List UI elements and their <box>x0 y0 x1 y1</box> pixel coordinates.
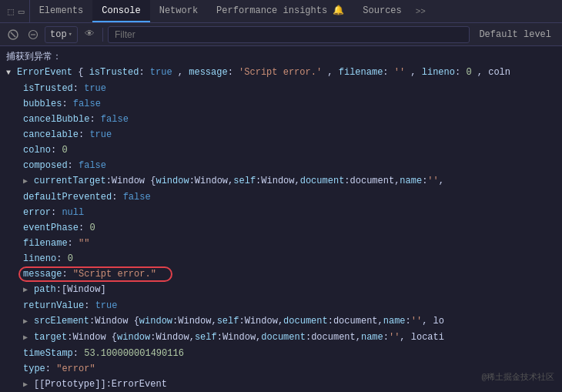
clear-console-button[interactable] <box>5 26 22 43</box>
prop-lineno: lineno: 0 <box>0 251 562 266</box>
eye-button[interactable]: 👁 <box>81 26 98 43</box>
default-level-label: Default level <box>473 29 557 40</box>
svg-line-1 <box>11 32 15 37</box>
separator <box>102 28 103 42</box>
prop-currentTarget[interactable]: ▶ currentTarget: Window { window: Window… <box>0 173 562 189</box>
prop-composed: composed: false <box>0 158 562 173</box>
prop-path[interactable]: ▶ path: [Window] <box>0 282 562 298</box>
tab-bar: ⬚ ▭ Elements Console Network Performance… <box>0 0 562 23</box>
device-icon[interactable]: ▭ <box>18 5 25 18</box>
inspect-icon[interactable]: ⬚ <box>8 5 14 18</box>
error-event-header-line[interactable]: ▼ ErrorEvent { isTrusted: true , message… <box>0 65 562 81</box>
prop-prototype[interactable]: ▶ [[Prototype]]: ErrorEvent <box>0 377 562 392</box>
exception-label-line: 捕获到异常： <box>0 49 562 65</box>
prop-cancelBubble: cancelBubble: false <box>0 112 562 127</box>
expand-currentTarget-icon[interactable]: ▶ <box>23 174 34 189</box>
tab-network[interactable]: Network <box>150 0 207 22</box>
prop-defaultPrevented: defaultPrevented: false <box>0 189 562 205</box>
filter-icon[interactable] <box>25 26 42 43</box>
prop-returnValue: returnValue: true <box>0 298 562 313</box>
prop-filename: filename: "" <box>0 236 562 251</box>
tab-performance[interactable]: Performance insights 🔔 <box>207 0 353 22</box>
filter-input[interactable] <box>108 26 470 43</box>
prop-cancelable: cancelable: true <box>0 127 562 142</box>
tab-elements[interactable]: Elements <box>30 0 93 22</box>
prop-bubbles: bubbles: false <box>0 96 562 112</box>
context-selector[interactable]: top ▾ <box>45 26 78 43</box>
tab-console[interactable]: Console <box>92 0 149 22</box>
prop-timeStamp: timeStamp: 53.100000001490116 <box>0 346 562 361</box>
prop-colno: colno: 0 <box>0 142 562 158</box>
prop-eventPhase: eventPhase: 0 <box>0 220 562 236</box>
prop-type: type: "error" <box>0 361 562 377</box>
prop-error: error: null <box>0 205 562 220</box>
watermark: @稀土掘金技术社区 <box>481 371 554 383</box>
console-output: 捕获到异常： ▼ ErrorEvent { isTrusted: true , … <box>0 46 562 392</box>
prop-target[interactable]: ▶ target: Window { window: Window , self… <box>0 330 562 346</box>
tab-sources[interactable]: Sources <box>353 0 410 22</box>
expand-prototype-icon[interactable]: ▶ <box>23 377 34 392</box>
expand-path-icon[interactable]: ▶ <box>23 283 34 297</box>
expand-srcElement-icon[interactable]: ▶ <box>23 314 34 329</box>
prop-isTrusted: isTrusted: true <box>0 81 562 96</box>
tab-icon-group: ⬚ ▭ <box>3 0 30 22</box>
dropdown-arrow-icon: ▾ <box>69 30 72 39</box>
exception-label: 捕获到异常： <box>6 50 62 64</box>
prop-srcElement[interactable]: ▶ srcElement: Window { window: Window , … <box>0 313 562 330</box>
more-tabs[interactable]: >> <box>411 7 430 16</box>
expand-target-icon[interactable]: ▶ <box>23 330 34 345</box>
prop-message: message: "Script error." <box>0 266 562 282</box>
console-toolbar: top ▾ 👁 Default level <box>0 23 562 46</box>
expand-triangle-icon[interactable]: ▼ <box>6 65 17 80</box>
